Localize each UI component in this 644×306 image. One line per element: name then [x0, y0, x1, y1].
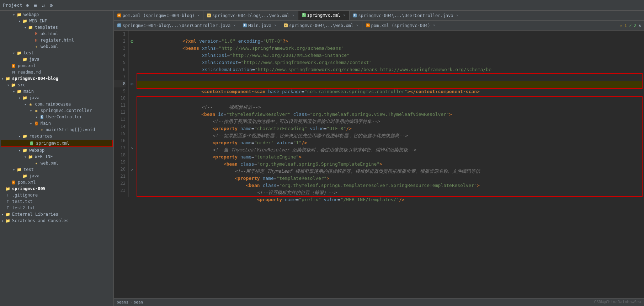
- tree-item-registerhtml[interactable]: H register.html: [0, 37, 113, 43]
- tree-arrow: ▾: [23, 155, 28, 159]
- xml-icon: ✦: [33, 160, 39, 166]
- tab-pom-004[interactable]: m pom.xml (springmvc-004) ×: [362, 21, 439, 30]
- java-folder-icon: 📁: [22, 57, 28, 62]
- folder-icon: 📁: [5, 186, 11, 192]
- breadcrumb-bean[interactable]: bean: [134, 300, 143, 305]
- line-num-9: 9: [114, 87, 126, 95]
- tree-item-springmvc-controller[interactable]: ▾ ◉ springmvc.controller: [0, 107, 113, 114]
- line-num-14: 14: [114, 123, 126, 130]
- spring-tab-icon: S: [302, 13, 306, 17]
- tab-pom-blog[interactable]: m pom.xml (springmvc-004-blog) ×: [114, 11, 203, 20]
- tree-label: register.html: [41, 38, 74, 43]
- pom-tab-icon: m: [366, 23, 370, 27]
- line-num-4: 4: [114, 52, 126, 59]
- tree-label: com.rainbowsea: [35, 102, 71, 107]
- tree-item-src[interactable]: ▾ 📁 src: [0, 82, 113, 88]
- tree-item-scratches[interactable]: ▾ 📁 Scratches and Consoles: [0, 218, 113, 224]
- tree-label: web.xml: [41, 44, 59, 49]
- tree-item-webinf-webxml[interactable]: ✦ web.xml: [0, 43, 113, 50]
- tab-user-ctrl-2[interactable]: C springmvc-004-blog\...\UserController.…: [114, 21, 239, 30]
- html-icon: H: [33, 37, 39, 43]
- tree-item-external-libs[interactable]: ▾ 📁 External Libraries: [0, 211, 113, 218]
- tree-item-springmvc-004-blog[interactable]: ▾ 📁 springmvc-004-blog: [0, 75, 113, 82]
- tree-item-webxml2[interactable]: ✦ web.xml: [0, 160, 113, 166]
- tree-item-templates[interactable]: ▾ 📁 templates: [0, 24, 113, 31]
- tree-item-main-method[interactable]: m main(String[]):void: [0, 127, 113, 133]
- tree-item-java2[interactable]: ▾ 📁 java: [0, 95, 113, 101]
- tree-item-test2txt[interactable]: T test2.txt: [0, 205, 113, 211]
- tree-item-pom2[interactable]: m pom.xml: [0, 179, 113, 186]
- tab-springmvc-xml[interactable]: S springmvc.xml ×: [298, 11, 350, 20]
- line-num-6: 6: [114, 66, 126, 73]
- code-line-20: <property name="templateResolver">: [137, 168, 642, 175]
- tab-label: springmvc-004\...\UserController.java: [358, 13, 453, 18]
- toolbar-icon-settings[interactable]: ⚙: [48, 2, 54, 9]
- tree-item-webapp2[interactable]: ▾ 📁 webapp: [0, 147, 113, 154]
- xml-icon: ✦: [33, 44, 39, 49]
- breadcrumb-beans[interactable]: beans: [117, 300, 128, 305]
- expand-icon[interactable]: ∧: [639, 23, 641, 28]
- tree-item-springmvc-005[interactable]: 📁 springmvc-005: [0, 186, 113, 192]
- tab-close-icon[interactable]: ×: [456, 14, 458, 17]
- tree-item-main[interactable]: ▾ 📁 main: [0, 88, 113, 95]
- tree-item-test2[interactable]: ▾ 📁 test: [0, 166, 113, 173]
- gutter: ⊙ ⊙ ▷: [129, 31, 135, 197]
- tree-item-webinf2[interactable]: ▾ 📁 WEB-INF: [0, 154, 113, 160]
- tree-item-pomxml1[interactable]: m pom.xml: [0, 63, 113, 69]
- tree-item-gitignore[interactable]: T .gitignore: [0, 192, 113, 198]
- tree-label: springmvc.controller: [41, 108, 92, 113]
- tab-close-icon[interactable]: ×: [233, 23, 235, 27]
- tab-label: Main.java: [248, 23, 271, 28]
- tab-close-icon[interactable]: ×: [197, 14, 199, 17]
- tree-label: Main: [41, 121, 51, 126]
- toolbar-icon-swap[interactable]: ⇄: [41, 2, 46, 9]
- tab-main-java[interactable]: C Main.java ×: [239, 21, 280, 30]
- tree-item-webapp[interactable]: ▾ 📁 webapp: [0, 11, 113, 18]
- tree-label: springmvc-005: [12, 186, 46, 191]
- tree-item-com-rainbowsea[interactable]: ▾ ◉ com.rainbowsea: [0, 101, 113, 107]
- tree-label: src: [18, 82, 26, 87]
- gutter-4: [129, 52, 135, 59]
- gutter-10: [129, 95, 135, 102]
- tree-item-user-controller[interactable]: ▾ C UserController: [0, 114, 113, 120]
- editor-content[interactable]: 1 2 3 4 5 6 7 8 9 10 11 12 13 14: [114, 31, 644, 298]
- view-resolver-red-box: <!-- 视图解析器--> <bean id="thymeleafViewRes…: [137, 96, 643, 197]
- tab-close-icon[interactable]: ×: [344, 13, 346, 17]
- tree-item-testtxt[interactable]: T test.txt: [0, 198, 113, 205]
- project-tree: ▾ 📁 webapp ▾ 📁 WEB-INF ▾ 📁 templates: [0, 11, 113, 306]
- toolbar-icon-target[interactable]: ⊕: [25, 2, 30, 9]
- tab-web-xml-2[interactable]: ✦ springmvc-004\...\web.xml ×: [280, 21, 362, 30]
- tree-item-springmvc-xml[interactable]: S springmvc.xml: [1, 140, 113, 147]
- xml-tab-icon: ✦: [207, 14, 211, 17]
- code-line-8: <context:component-scan base-package="co…: [137, 81, 642, 88]
- code-line-13: <property name="characterEncoding" value…: [137, 118, 642, 125]
- line-num-7: 7: [114, 73, 126, 80]
- pom-tab-icon: m: [117, 14, 121, 17]
- tree-item-webinf[interactable]: ▾ 📁 WEB-INF: [0, 18, 113, 24]
- tree-label: java: [29, 57, 39, 62]
- tree-item-java3[interactable]: 📁 java: [0, 173, 113, 179]
- tree-item-test[interactable]: ▾ 📁 test: [0, 50, 113, 56]
- src-folder-icon: 📁: [11, 82, 16, 88]
- line-num-22: 22: [114, 180, 126, 187]
- tab-close-icon[interactable]: ×: [292, 14, 294, 17]
- code-line-10: <!-- 视图解析器-->: [137, 97, 642, 104]
- tab-web-xml-blog[interactable]: ✦ springmvc-004-blog\...\web.xml ×: [203, 11, 298, 20]
- tab-close-icon[interactable]: ×: [356, 23, 358, 27]
- tree-item-readmemd[interactable]: M readme.md: [0, 69, 113, 75]
- tab-user-controller[interactable]: C springmvc-004\...\UserController.java …: [350, 11, 462, 20]
- val-val5: "/WEB-INF/templates/": [341, 197, 399, 202]
- gutter-8: ⊙: [129, 80, 135, 87]
- tree-item-java1[interactable]: 📁 java: [0, 56, 113, 63]
- tree-item-okhtml[interactable]: H ok.html: [0, 31, 113, 37]
- code-line-7: <!-- 组件扫描-->: [137, 74, 642, 81]
- tree-label: pom.xml: [18, 180, 36, 185]
- tab-close-icon[interactable]: ×: [433, 23, 435, 27]
- folder-icon: 📁: [22, 18, 28, 24]
- tree-item-main-class[interactable]: ▾ C Main: [0, 120, 113, 127]
- tab-close-icon[interactable]: ×: [274, 23, 276, 27]
- toolbar-icon-list[interactable]: ≡: [32, 2, 38, 9]
- check-count: 2: [634, 23, 637, 28]
- line-num-5: 5: [114, 59, 126, 66]
- tree-item-resources[interactable]: ▾ 📁 resources: [0, 133, 113, 139]
